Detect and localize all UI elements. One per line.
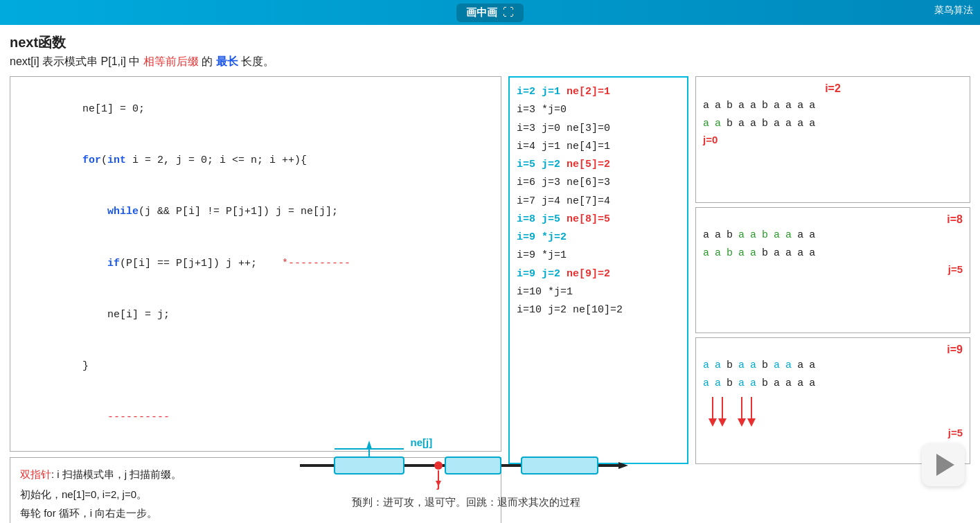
diagram-area: ne[j]: [10, 429, 922, 509]
bottom-section: ne[j]: [0, 426, 980, 523]
mid-row-2: i=3 j=0 ne[3]=0: [517, 120, 680, 138]
left-bracket: [335, 457, 404, 474]
top-bar-center: 画中画 ⛶: [456, 3, 524, 22]
subtitle-mid: 的: [202, 55, 213, 67]
mid-row-9: i=9 *j=1: [517, 247, 680, 265]
right-box-i8-title: i=8: [947, 213, 963, 225]
char-row-i9-2: aabaabaaaa: [703, 375, 963, 392]
right-box-i9-title: i=9: [947, 344, 963, 355]
ne-label: ne[j]: [411, 436, 433, 448]
mid-row-0: i=2 j=1 ne[2]=1: [517, 83, 680, 101]
top-bar-right-label: 菜鸟算法: [934, 4, 973, 17]
mid-row-11: i=10 *j=1: [517, 283, 680, 301]
picture-in-picture-icon: ⛶: [503, 6, 514, 19]
char-row-i9-1: aabaabaaaa: [703, 357, 963, 374]
right-box-i2: i=2 aabaabaaaa aabaabaaaa j=0: [695, 76, 970, 203]
char-row-i2-2: aabaabaaaa: [703, 116, 963, 132]
left-panel: ne[1] = 0; for(int i = 2, j = 0; i <= n;…: [10, 76, 501, 464]
title-section: next函数 next[i] 表示模式串 P[1,i] 中 相等前后缀 的 最长…: [10, 33, 970, 69]
right-box-i2-title: i=2: [703, 82, 963, 95]
mid-row-5: i=6 j=3 ne[6]=3: [517, 174, 680, 192]
main-content: next函数 next[i] 表示模式串 P[1,i] 中 相等前后缀 的 最长…: [0, 25, 980, 523]
right-box-i8-j: j=5: [703, 263, 963, 275]
arrow-right: [618, 462, 628, 469]
arrows-i9: [703, 393, 841, 427]
right-box-i8: i=8 aabaabaaaa aabaabaaaa j=5: [695, 207, 970, 334]
code-line-2: for(int i = 2, j = 0; i <= n; i ++){: [20, 135, 491, 186]
right-bracket1: [445, 457, 501, 474]
content-grid: ne[1] = 0; for(int i = 2, j = 0; i <= n;…: [10, 76, 970, 464]
main-title: next函数: [10, 33, 970, 52]
subtitle-suffix: 长度。: [241, 55, 274, 67]
play-button[interactable]: [922, 443, 965, 486]
mid-row-10: i=9 j=2 ne[9]=2: [517, 265, 680, 283]
mid-row-8: i=9 *j=2: [517, 229, 680, 247]
right-box-i2-j: j=0: [703, 134, 963, 145]
code-line-6: }: [20, 341, 491, 392]
mid-row-7: i=8 j=5 ne[8]=5: [517, 211, 680, 229]
subtitle: next[i] 表示模式串 P[1,i] 中 相等前后缀 的 最长 长度。: [10, 55, 970, 69]
right-panel: i=2 aabaabaaaa aabaabaaaa j=0 i=8 aabaab…: [695, 76, 970, 464]
middle-panel: i=2 j=1 ne[2]=1 i=3 *j=0 i=3 j=0 ne[3]=0…: [508, 76, 688, 464]
code-line-5: ne[i] = j;: [20, 290, 491, 341]
char-row-i8-2: aabaabaaaa: [703, 245, 963, 262]
char-row-i2-1: aabaabaaaa: [703, 98, 963, 114]
mid-row-3: i=4 j=1 ne[4]=1: [517, 138, 680, 156]
code-line-1: ne[1] = 0;: [20, 84, 491, 135]
code-box: ne[1] = 0; for(int i = 2, j = 0; i <= n;…: [10, 76, 501, 452]
code-line-4: if(P[i] == P[j+1]) j ++; *----------: [20, 238, 491, 290]
diagram-svg: j: [272, 438, 660, 493]
code-line-3: while(j && P[i] != P[j+1]) j = ne[j];: [20, 187, 491, 238]
top-bar: 画中画 ⛶ 菜鸟算法: [0, 0, 980, 25]
bottom-text: 预判：进可攻，退可守。回跳：退而求其次的过程: [352, 496, 580, 509]
top-bar-label: 画中画: [466, 6, 497, 19]
right-bracket2: [522, 457, 598, 474]
char-row-i8-1: aabaabaaaa: [703, 227, 963, 244]
play-icon: [936, 454, 954, 476]
subtitle-prefix: next[i] 表示模式串 P[1,i] 中: [10, 55, 140, 67]
subtitle-red2: 最长: [216, 55, 238, 67]
mid-row-4: i=5 j=2 ne[5]=2: [517, 156, 680, 174]
svg-marker-2: [366, 441, 372, 449]
mid-row-12: i=10 j=2 ne[10]=2: [517, 301, 680, 319]
center-dot: [434, 461, 443, 470]
mid-row-1: i=3 *j=0: [517, 101, 680, 119]
subtitle-red1: 相等前后缀: [143, 55, 199, 67]
mid-row-6: i=7 j=4 ne[7]=4: [517, 193, 680, 211]
